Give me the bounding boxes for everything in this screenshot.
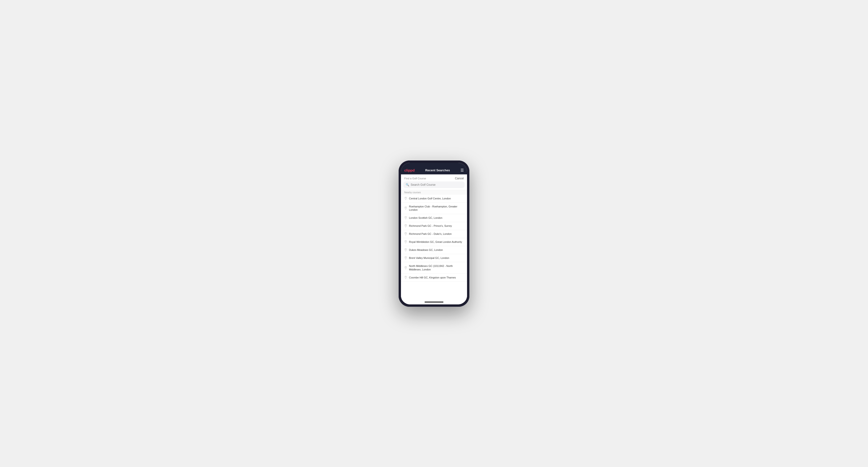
course-name: Roehampton Club - Roehampton, Greater Lo… <box>409 205 464 212</box>
svg-point-6 <box>405 249 406 250</box>
search-container: 🔍 <box>401 182 467 190</box>
course-name: Brent Valley Municipal GC, London <box>409 256 449 260</box>
course-list-item[interactable]: Central London Golf Centre, London <box>401 195 467 203</box>
header-title: Recent Searches <box>415 168 460 172</box>
search-icon: 🔍 <box>406 183 409 186</box>
find-label: Find a Golf Course <box>404 177 426 180</box>
course-name: London Scottish GC, London <box>409 216 442 220</box>
cancel-button[interactable]: Cancel <box>455 177 464 180</box>
svg-point-2 <box>405 217 406 218</box>
home-indicator <box>401 300 467 304</box>
svg-point-7 <box>405 257 406 258</box>
course-name: Dukes Meadows GC, London <box>409 248 443 252</box>
course-list: Central London Golf Centre, London Roeha… <box>401 195 467 300</box>
course-name: Richmond Park GC - Duke's, London <box>409 232 452 236</box>
course-list-item[interactable]: North Middlesex GC (1011942 - North Midd… <box>401 262 467 274</box>
app-header: clippd Recent Searches ☰ <box>401 166 467 175</box>
location-pin-icon <box>404 232 407 236</box>
svg-point-4 <box>405 233 406 234</box>
course-list-item[interactable]: Roehampton Club - Roehampton, Greater Lo… <box>401 203 467 214</box>
menu-icon[interactable]: ☰ <box>460 168 464 173</box>
svg-point-3 <box>405 225 406 226</box>
location-pin-icon <box>404 276 407 279</box>
location-pin-icon <box>404 216 407 220</box>
course-name: Richmond Park GC - Prince's, Surrey <box>409 224 452 228</box>
phone-device: clippd Recent Searches ☰ Find a Golf Cou… <box>399 160 469 307</box>
location-pin-icon <box>404 197 407 200</box>
course-list-item[interactable]: Brent Valley Municipal GC, London <box>401 254 467 262</box>
course-list-item[interactable]: Dukes Meadows GC, London <box>401 246 467 254</box>
location-pin-icon <box>404 240 407 244</box>
home-bar <box>425 302 443 303</box>
course-name: North Middlesex GC (1011942 - North Midd… <box>409 264 464 271</box>
location-pin-icon <box>404 207 407 210</box>
phone-screen: clippd Recent Searches ☰ Find a Golf Cou… <box>401 163 467 304</box>
course-list-item[interactable]: Coombe Hill GC, Kingston upon Thames <box>401 274 467 282</box>
svg-point-5 <box>405 241 406 242</box>
search-box[interactable]: 🔍 <box>403 182 465 188</box>
svg-point-1 <box>405 207 406 208</box>
location-pin-icon <box>404 248 407 252</box>
nearby-section-label: Nearby courses <box>401 190 467 195</box>
status-bar <box>401 163 467 166</box>
course-list-item[interactable]: Royal Wimbledon GC, Great London Authori… <box>401 238 467 246</box>
course-list-item[interactable]: Richmond Park GC - Prince's, Surrey <box>401 222 467 230</box>
location-pin-icon <box>404 256 407 260</box>
course-name: Central London Golf Centre, London <box>409 197 451 200</box>
course-name: Royal Wimbledon GC, Great London Authori… <box>409 240 462 244</box>
course-name: Coombe Hill GC, Kingston upon Thames <box>409 276 456 279</box>
svg-point-8 <box>405 267 406 268</box>
course-list-item[interactable]: London Scottish GC, London <box>401 214 467 222</box>
location-pin-icon <box>404 224 407 228</box>
svg-point-0 <box>405 197 406 198</box>
content-area: Find a Golf Course Cancel 🔍 Nearby cours… <box>401 175 467 300</box>
location-pin-icon <box>404 266 407 270</box>
find-row: Find a Golf Course Cancel <box>401 175 467 182</box>
search-input[interactable] <box>411 183 462 186</box>
svg-point-9 <box>405 276 406 277</box>
course-list-item[interactable]: Richmond Park GC - Duke's, London <box>401 230 467 238</box>
app-logo: clippd <box>404 168 415 172</box>
